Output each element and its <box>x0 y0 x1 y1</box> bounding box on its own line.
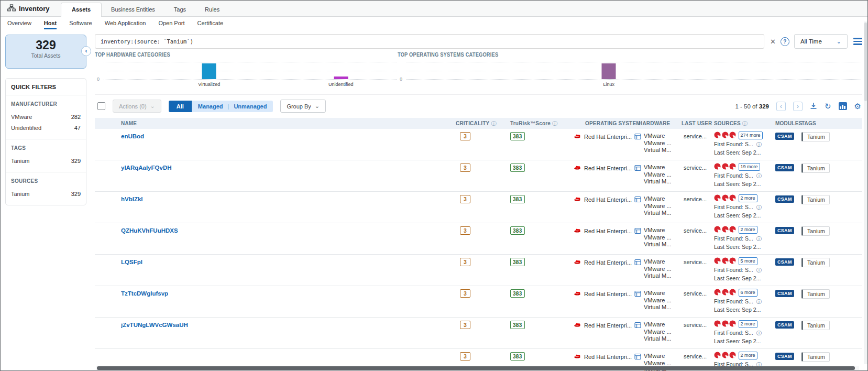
subnav-certificate[interactable]: Certificate <box>197 17 224 29</box>
menu-icon[interactable] <box>853 38 862 45</box>
tab-business-entities[interactable]: Business Entities <box>102 3 164 16</box>
more-sources-badge[interactable]: 19 more <box>739 163 760 171</box>
subnav-web-application[interactable]: Web Application <box>105 17 146 29</box>
source-qualys-icon[interactable] <box>729 194 736 202</box>
asset-name-link[interactable]: jZvTUNgLWVcGWsaUH <box>121 318 188 328</box>
column-header-operating-system[interactable]: OPERATING SYSTEM <box>543 121 633 126</box>
source-qualys-icon[interactable] <box>722 194 729 202</box>
subnav-software[interactable]: Software <box>69 17 92 29</box>
info-icon[interactable]: ⓘ <box>756 267 762 273</box>
source-qualys-icon[interactable] <box>722 320 729 328</box>
source-qualys-icon[interactable] <box>729 320 736 328</box>
tag-chip[interactable]: Tanium <box>801 258 830 267</box>
column-header-trurisk-score[interactable]: TruRisk™Scoreⓘ <box>488 120 543 127</box>
more-sources-badge[interactable]: 5 more <box>739 257 757 265</box>
total-assets-card[interactable]: 329 Total Assets ‹ <box>5 35 86 69</box>
tag-chip[interactable]: Tanium <box>801 226 830 236</box>
column-header-tags[interactable]: TAGS <box>799 121 862 126</box>
bar-virtualized[interactable] <box>202 63 216 79</box>
info-icon[interactable]: ⓘ <box>756 141 762 147</box>
column-header-name[interactable]: NAME <box>121 121 436 126</box>
tag-chip[interactable]: Tanium <box>801 132 830 141</box>
select-all-checkbox[interactable] <box>97 102 105 110</box>
more-sources-badge[interactable]: 2 more <box>739 226 757 234</box>
source-qualys-icon[interactable] <box>714 226 721 234</box>
source-qualys-icon[interactable] <box>714 257 721 265</box>
info-icon[interactable]: ⓘ <box>756 173 762 179</box>
asset-name-link[interactable]: hVbIZkl <box>121 192 143 202</box>
next-page-button[interactable]: › <box>793 102 803 111</box>
segment-managed[interactable]: Managed <box>198 103 223 110</box>
refresh-icon[interactable]: ↻ <box>825 102 831 110</box>
subnav-open-port[interactable]: Open Port <box>158 17 184 29</box>
filter-item-tag-tanium[interactable]: Tanium 329 <box>11 156 81 167</box>
info-icon[interactable]: ⓘ <box>756 299 762 304</box>
group-by-button[interactable]: Group By ⌄ <box>280 100 326 113</box>
subnav-host[interactable]: Host <box>44 17 57 29</box>
source-qualys-icon[interactable] <box>714 194 721 202</box>
bar-unidentified[interactable] <box>334 77 348 79</box>
help-icon[interactable]: ? <box>781 37 789 46</box>
source-qualys-icon[interactable] <box>722 226 729 234</box>
tag-chip[interactable]: Tanium <box>801 195 830 204</box>
gear-icon[interactable]: ⚙ <box>854 102 861 110</box>
actions-button[interactable]: Actions (0) ⌄ <box>113 100 161 113</box>
asset-name-link[interactable]: enUBod <box>121 129 144 139</box>
asset-name-link[interactable]: LQSFpl <box>121 255 142 265</box>
source-qualys-icon[interactable] <box>729 289 736 297</box>
filter-item-unidentified[interactable]: Unidentified 47 <box>11 123 81 134</box>
previous-page-button[interactable]: ‹ <box>776 102 786 111</box>
column-header-last-user[interactable]: LAST USER <box>682 121 712 126</box>
chart-view-icon[interactable] <box>839 102 847 110</box>
asset-name-link[interactable]: QZHuKVhFUuHDXS <box>121 223 178 234</box>
more-sources-badge[interactable]: 2 more <box>739 194 757 202</box>
source-qualys-icon[interactable] <box>714 352 721 359</box>
more-sources-badge[interactable]: 2 more <box>739 352 757 359</box>
more-sources-badge[interactable]: 274 more <box>739 132 763 139</box>
source-qualys-icon[interactable] <box>722 352 729 359</box>
column-header-hardware[interactable]: HARDWARE <box>633 121 682 126</box>
tag-chip[interactable]: Tanium <box>801 352 830 362</box>
info-icon[interactable]: ⓘ <box>742 121 748 126</box>
time-filter-dropdown[interactable]: All Time ⌄ <box>794 34 848 49</box>
segment-all[interactable]: All <box>169 101 192 112</box>
info-icon[interactable]: ⓘ <box>756 236 762 242</box>
source-qualys-icon[interactable] <box>729 226 736 234</box>
tag-chip[interactable]: Tanium <box>801 289 830 299</box>
download-icon[interactable] <box>810 102 817 111</box>
more-sources-badge[interactable]: 2 more <box>739 320 757 328</box>
tab-assets[interactable]: Assets <box>61 3 102 17</box>
source-qualys-icon[interactable] <box>714 320 721 328</box>
tag-chip[interactable]: Tanium <box>801 163 830 173</box>
source-qualys-icon[interactable] <box>729 163 736 171</box>
column-header-criticality[interactable]: CRITICALITYⓘ <box>436 120 488 127</box>
horizontal-scrollbar-thumb[interactable] <box>97 366 855 370</box>
vertical-scrollbar-thumb[interactable] <box>864 23 867 101</box>
filter-item-vmware[interactable]: VMware 282 <box>11 112 81 123</box>
source-qualys-icon[interactable] <box>729 132 736 139</box>
source-qualys-icon[interactable] <box>722 132 729 139</box>
source-qualys-icon[interactable] <box>714 289 721 297</box>
source-qualys-icon[interactable] <box>714 132 721 139</box>
asset-name-link[interactable]: yIARqAaIyFQvDH <box>121 160 172 171</box>
column-header-sources[interactable]: SOURCESⓘ <box>712 120 771 127</box>
source-qualys-icon[interactable] <box>729 352 736 359</box>
source-qualys-icon[interactable] <box>722 257 729 265</box>
source-qualys-icon[interactable] <box>722 289 729 297</box>
asset-name-link[interactable]: TzTtcDWglufsvp <box>121 286 168 297</box>
bar-linux[interactable] <box>602 63 616 79</box>
tab-tags[interactable]: Tags <box>164 3 195 16</box>
source-qualys-icon[interactable] <box>729 257 736 265</box>
column-header-modules[interactable]: MODULES <box>771 121 799 126</box>
source-qualys-icon[interactable] <box>714 163 721 171</box>
filter-item-source-tanium[interactable]: Tanium 329 <box>11 189 81 200</box>
subnav-overview[interactable]: Overview <box>7 17 31 29</box>
more-sources-badge[interactable]: 6 more <box>739 289 757 297</box>
info-icon[interactable]: ⓘ <box>756 204 762 210</box>
tab-rules[interactable]: Rules <box>195 3 229 16</box>
source-qualys-icon[interactable] <box>722 163 729 171</box>
info-icon[interactable]: ⓘ <box>756 330 762 336</box>
segment-unmanaged[interactable]: Unmanaged <box>234 103 267 110</box>
clear-search-icon[interactable]: ✕ <box>770 38 776 46</box>
tag-chip[interactable]: Tanium <box>801 321 830 330</box>
